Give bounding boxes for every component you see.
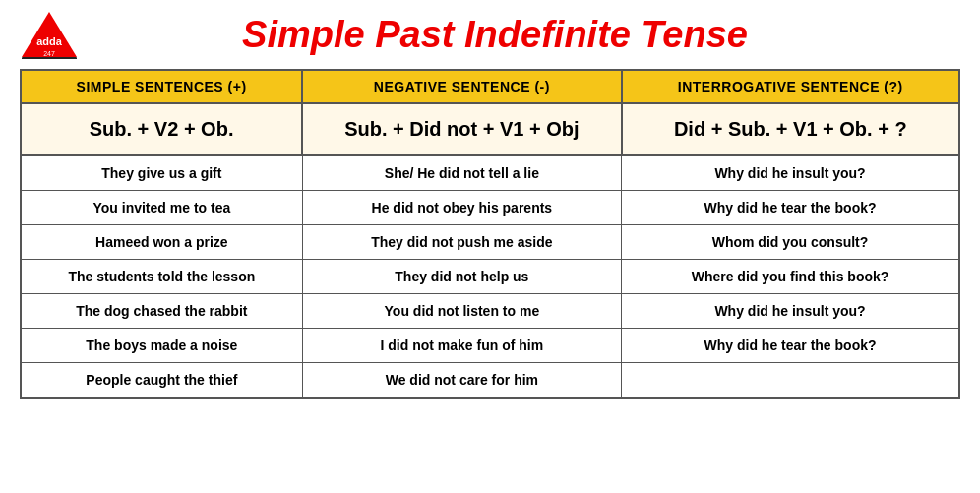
interrogative-sentence-cell: Whom did you consult? bbox=[622, 225, 959, 260]
negative-sentence-cell: You did not listen to me bbox=[302, 294, 621, 329]
interrogative-sentence-cell: Where did you find this book? bbox=[622, 260, 959, 294]
negative-sentence-cell: She/ He did not tell a lie bbox=[302, 155, 621, 191]
table-row: The boys made a noiseI did not make fun … bbox=[21, 329, 959, 363]
svg-text:247: 247 bbox=[43, 50, 55, 57]
simple-sentence-cell: People caught the thief bbox=[21, 363, 302, 399]
negative-sentence-cell: I did not make fun of him bbox=[302, 329, 621, 363]
svg-text:adda: adda bbox=[36, 35, 63, 47]
main-table: SIMPLE SENTENCES (+) NEGATIVE SENTENCE (… bbox=[20, 69, 960, 399]
negative-sentence-cell: They did not push me aside bbox=[302, 225, 621, 260]
negative-sentence-cell: They did not help us bbox=[302, 260, 621, 294]
formula-interrogative: Did + Sub. + V1 + Ob. + ? bbox=[622, 103, 959, 155]
interrogative-sentence-cell bbox=[622, 363, 959, 399]
formula-negative: Sub. + Did not + V1 + Obj bbox=[302, 103, 621, 155]
col-header-negative: NEGATIVE SENTENCE (-) bbox=[302, 70, 621, 103]
col-header-interrogative: INTERROGATIVE SENTENCE (?) bbox=[622, 70, 959, 103]
negative-sentence-cell: He did not obey his parents bbox=[302, 191, 621, 225]
formula-simple: Sub. + V2 + Ob. bbox=[21, 103, 302, 155]
page-title: Simple Past Indefinite Tense bbox=[89, 14, 960, 56]
table-row: Hameed won a prizeThey did not push me a… bbox=[21, 225, 959, 260]
col-header-simple: SIMPLE SENTENCES (+) bbox=[21, 70, 302, 103]
table-row: They give us a giftShe/ He did not tell … bbox=[21, 155, 959, 191]
logo: adda 247 SCHOOL bbox=[20, 10, 79, 59]
formula-row: Sub. + V2 + Ob. Sub. + Did not + V1 + Ob… bbox=[21, 103, 959, 155]
svg-rect-3 bbox=[22, 57, 77, 59]
table-row: The students told the lessonThey did not… bbox=[21, 260, 959, 294]
interrogative-sentence-cell: Why did he tear the book? bbox=[622, 329, 959, 363]
simple-sentence-cell: The boys made a noise bbox=[21, 329, 302, 363]
interrogative-sentence-cell: Why did he tear the book? bbox=[622, 191, 959, 225]
table-row: You invited me to teaHe did not obey his… bbox=[21, 191, 959, 225]
table-row: The dog chased the rabbitYou did not lis… bbox=[21, 294, 959, 329]
simple-sentence-cell: The dog chased the rabbit bbox=[21, 294, 302, 329]
simple-sentence-cell: Hameed won a prize bbox=[21, 225, 302, 260]
simple-sentence-cell: You invited me to tea bbox=[21, 191, 302, 225]
interrogative-sentence-cell: Why did he insult you? bbox=[622, 294, 959, 329]
page-header: adda 247 SCHOOL Simple Past Indefinite T… bbox=[20, 10, 960, 59]
simple-sentence-cell: They give us a gift bbox=[21, 155, 302, 191]
table-row: People caught the thiefWe did not care f… bbox=[21, 363, 959, 399]
negative-sentence-cell: We did not care for him bbox=[302, 363, 621, 399]
simple-sentence-cell: The students told the lesson bbox=[21, 260, 302, 294]
interrogative-sentence-cell: Why did he insult you? bbox=[622, 155, 959, 191]
